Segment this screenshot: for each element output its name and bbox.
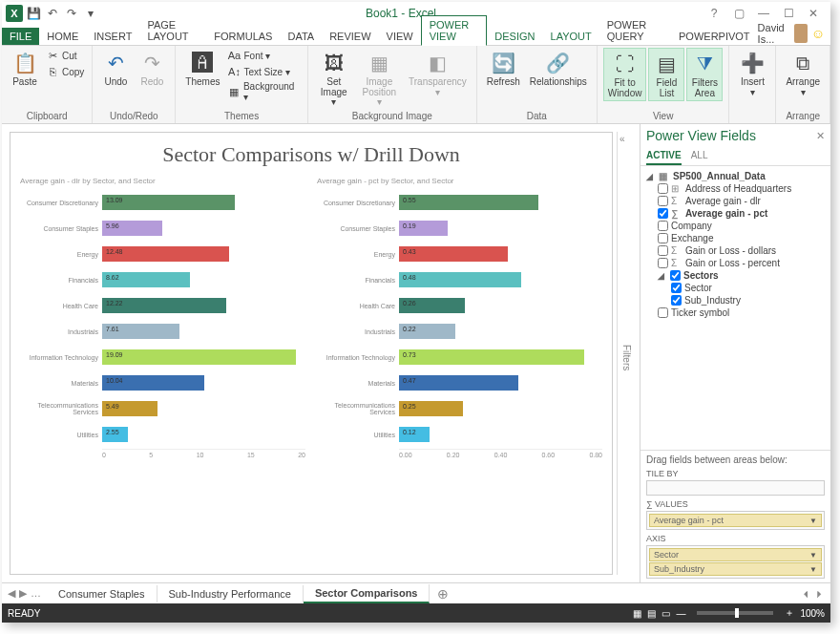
tab-power-query[interactable]: POWER QUERY: [599, 16, 671, 45]
ribbon-toggle-icon[interactable]: ▢: [727, 7, 750, 20]
chevron-down-icon[interactable]: ▼: [809, 565, 817, 574]
field-row[interactable]: Exchange: [644, 232, 827, 244]
table-node[interactable]: ◢▦SP500_Annual_Data: [644, 170, 827, 182]
powerview-canvas[interactable]: Sector Comparisons w/ Drill Down Average…: [10, 132, 613, 575]
sheet-menu-icon[interactable]: …: [31, 587, 41, 600]
chart-dlr[interactable]: Average gain - dlr by Sector, and Sector…: [20, 177, 305, 458]
zoom-slider[interactable]: [697, 611, 773, 615]
field-row[interactable]: ∑Average gain - pct: [644, 207, 827, 220]
bar-row[interactable]: Telecommunications Services5.49: [20, 397, 305, 420]
field-row[interactable]: ⊞Address of Headquarters: [644, 182, 827, 195]
sheet-tab[interactable]: Sub-Industry Performance: [158, 585, 304, 602]
copy-button[interactable]: ⎘Copy: [44, 64, 86, 79]
refresh-button[interactable]: 🔄Refresh: [483, 48, 524, 90]
bar-row[interactable]: Information Technology19.09: [20, 346, 305, 369]
new-sheet-button[interactable]: ⊕: [430, 586, 456, 602]
font-button[interactable]: AaFont ▾: [225, 48, 301, 63]
undo-button[interactable]: ↶Undo: [98, 48, 133, 90]
field-row[interactable]: Sub_Industry: [644, 294, 827, 306]
checkbox[interactable]: [658, 183, 668, 194]
redo-icon[interactable]: ↷: [63, 5, 80, 22]
area-values[interactable]: Average gain - pct▼: [646, 511, 825, 530]
bar[interactable]: 0.25: [399, 401, 463, 416]
bar-row[interactable]: Health Care0.26: [317, 294, 602, 317]
redo-button[interactable]: ↷Redo: [135, 48, 169, 90]
page-break-icon[interactable]: ▭: [662, 608, 670, 619]
checkbox[interactable]: [671, 295, 682, 306]
bar[interactable]: 5.49: [102, 401, 158, 416]
zoom-in-icon[interactable]: ＋: [785, 606, 794, 620]
tab-home[interactable]: HOME: [39, 28, 86, 45]
help-icon[interactable]: ?: [703, 7, 725, 20]
checkbox[interactable]: [670, 270, 681, 281]
field-row[interactable]: Company: [644, 220, 827, 232]
tab-formulas[interactable]: FORMULAS: [206, 28, 280, 45]
bar[interactable]: 2.55: [102, 427, 128, 442]
tab-power-view[interactable]: POWER VIEW: [421, 15, 488, 46]
page-layout-icon[interactable]: ▤: [647, 608, 656, 619]
bar-row[interactable]: Materials10.04: [20, 371, 305, 394]
checkbox[interactable]: [658, 258, 668, 268]
tab-layout[interactable]: LAYOUT: [543, 28, 599, 45]
zoom-level[interactable]: 100%: [800, 608, 825, 619]
tab-file[interactable]: FILE: [2, 28, 39, 45]
bar-row[interactable]: Industrials7.61: [20, 320, 305, 343]
bar[interactable]: 0.12: [399, 427, 430, 442]
background-button[interactable]: ▦Background ▾: [225, 80, 301, 103]
sectors-node[interactable]: ◢Sectors: [644, 269, 827, 282]
bar[interactable]: 13.09: [102, 195, 235, 210]
close-icon[interactable]: ✕: [802, 7, 825, 20]
tab-page-layout[interactable]: PAGE LAYOUT: [139, 16, 206, 45]
themes-button[interactable]: 🅰Themes: [181, 48, 223, 90]
tab-insert[interactable]: INSERT: [86, 28, 139, 45]
tab-review[interactable]: REVIEW: [322, 28, 378, 45]
fieldlist-tab-all[interactable]: ALL: [691, 147, 708, 165]
bar-row[interactable]: Financials8.62: [20, 268, 305, 291]
fieldlist-close-icon[interactable]: ✕: [816, 130, 825, 142]
bar[interactable]: 0.47: [399, 375, 518, 391]
field-pill[interactable]: Average gain - pct▼: [649, 514, 822, 527]
paste-button[interactable]: 📋Paste: [8, 48, 42, 90]
field-row[interactable]: ΣGain or Loss - percent: [644, 257, 827, 269]
bar-row[interactable]: Financials0.48: [317, 268, 602, 291]
checkbox[interactable]: [658, 233, 668, 243]
scroll-left-icon[interactable]: ⏴: [802, 588, 811, 599]
field-row[interactable]: Ticker symbol: [644, 306, 827, 319]
bar-row[interactable]: Health Care12.22: [20, 294, 305, 317]
bar[interactable]: 0.48: [399, 272, 521, 287]
feedback-icon[interactable]: ☺: [811, 26, 825, 41]
chevron-down-icon[interactable]: ▼: [809, 551, 817, 560]
minimize-icon[interactable]: —: [752, 7, 775, 20]
tab-view[interactable]: VIEW: [379, 28, 421, 45]
bar[interactable]: 0.19: [399, 221, 448, 236]
field-row[interactable]: Sector: [644, 282, 827, 294]
bar-row[interactable]: Telecommunications Services0.25: [317, 397, 602, 420]
qat-dropdown-icon[interactable]: ▾: [82, 5, 99, 22]
bar[interactable]: 7.61: [102, 324, 179, 339]
bar[interactable]: 0.43: [399, 246, 508, 262]
field-pill[interactable]: Sector▼: [649, 548, 822, 561]
user-area[interactable]: David Is... ☺: [758, 22, 830, 45]
field-row[interactable]: ΣGain or Loss - dollars: [644, 244, 827, 257]
checkbox[interactable]: [658, 196, 668, 206]
bar-row[interactable]: Utilities2.55: [20, 423, 305, 446]
zoom-out-icon[interactable]: —: [676, 608, 685, 619]
tab-data[interactable]: DATA: [280, 28, 322, 45]
tab-design[interactable]: DESIGN: [487, 28, 542, 45]
area-axis[interactable]: Sector▼ Sub_Industry▼: [646, 545, 825, 579]
sheet-tab[interactable]: Sector Comparisons: [304, 584, 430, 603]
bar-row[interactable]: Consumer Discretionary13.09: [20, 191, 305, 214]
imagepos-button[interactable]: ▦Image Position ▾: [356, 48, 403, 110]
next-sheet-icon[interactable]: ▶: [19, 587, 27, 600]
relationships-button[interactable]: 🔗Relationships: [526, 48, 591, 90]
maximize-icon[interactable]: ☐: [777, 7, 800, 20]
checkbox[interactable]: [658, 307, 668, 318]
textsize-button[interactable]: A↕Text Size ▾: [225, 64, 301, 79]
bar-row[interactable]: Utilities0.12: [317, 423, 602, 446]
bar-row[interactable]: Energy12.48: [20, 243, 305, 265]
fieldlist-button[interactable]: ▤Field List: [648, 48, 684, 101]
save-icon[interactable]: 💾: [25, 5, 42, 22]
bar-row[interactable]: Materials0.47: [317, 371, 602, 394]
bar[interactable]: 5.96: [102, 221, 162, 236]
bar[interactable]: 10.04: [102, 375, 204, 391]
